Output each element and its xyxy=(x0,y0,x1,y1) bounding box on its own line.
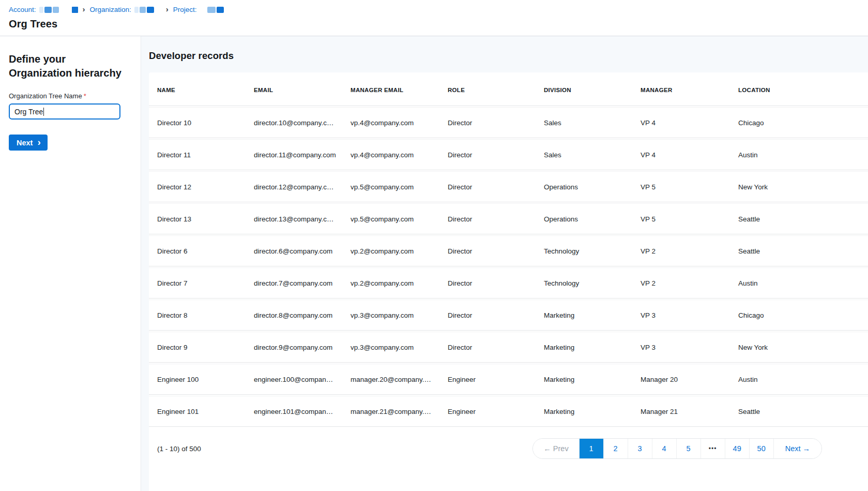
column-header-location: LOCATION xyxy=(730,75,868,106)
pagination-page-1[interactable]: 1 xyxy=(580,439,604,458)
breadcrumb-organization[interactable]: Organization: xyxy=(90,6,154,13)
cell-manager_email: vp.4@company.com xyxy=(342,107,439,138)
table-row: Director 12director.12@company.comvp.5@c… xyxy=(149,171,868,202)
table-header-row: NAMEEMAILMANAGER EMAILROLEDIVISIONMANAGE… xyxy=(149,75,868,106)
cell-division: Technology xyxy=(536,235,632,266)
cell-name: Director 9 xyxy=(149,332,246,363)
cell-manager_email: vp.5@company.com xyxy=(342,171,439,202)
pagination-page-50[interactable]: 50 xyxy=(750,439,774,458)
pagination-page-4[interactable]: 4 xyxy=(652,439,677,458)
cell-location: Austin xyxy=(730,267,868,299)
cell-location: New York xyxy=(730,332,868,363)
cell-location: Seattle xyxy=(730,203,868,234)
cell-manager_email: vp.3@company.com xyxy=(342,300,439,331)
cell-name: Director 12 xyxy=(149,171,246,202)
cell-name: Engineer 101 xyxy=(149,396,246,427)
section-heading: Developer records xyxy=(149,50,868,62)
pagination-page-5[interactable]: 5 xyxy=(677,439,701,458)
cell-division: Marketing xyxy=(536,364,632,395)
cell-role: Director xyxy=(439,235,536,266)
cell-division: Operations xyxy=(536,171,632,202)
cell-manager_email: vp.4@company.com xyxy=(342,139,439,170)
cell-division: Marketing xyxy=(536,300,632,331)
table-row: Director 8director.8@company.comvp.3@com… xyxy=(149,300,868,331)
pagination-page-2[interactable]: 2 xyxy=(604,439,628,458)
redacted-project-value xyxy=(207,7,224,13)
cell-email: director.13@company.com xyxy=(246,203,342,234)
pagination-range-text: (1 - 10) of 500 xyxy=(157,445,201,453)
cell-manager_email: vp.3@company.com xyxy=(342,332,439,363)
cell-email: director.11@company.com xyxy=(246,139,342,170)
records-card: NAMEEMAILMANAGER EMAILROLEDIVISIONMANAGE… xyxy=(149,72,868,491)
cell-manager: VP 5 xyxy=(632,203,730,234)
cell-manager: VP 4 xyxy=(632,139,730,170)
page-title: Org Trees xyxy=(9,18,868,30)
next-button[interactable]: Next › xyxy=(9,135,48,151)
pagination-prev-button: ← Prev xyxy=(533,439,579,458)
cell-manager: VP 5 xyxy=(632,171,730,202)
top-bar: Account: › Organization: › Project: Org … xyxy=(0,0,868,36)
table-row: Engineer 100engineer.100@company.commana… xyxy=(149,364,868,395)
table-row: Engineer 101engineer.101@company.commana… xyxy=(149,396,868,427)
sidebar-heading: Define your Organization hierarchy xyxy=(9,52,130,80)
cell-location: Austin xyxy=(730,364,868,395)
table-row: Director 6director.6@company.comvp.2@com… xyxy=(149,235,868,266)
cell-location: Chicago xyxy=(730,300,868,331)
cell-manager_email: manager.21@company.com xyxy=(342,396,439,427)
cell-email: engineer.101@company.com xyxy=(246,396,342,427)
breadcrumb-organization-label: Organization: xyxy=(90,6,131,13)
cell-role: Director xyxy=(439,300,536,331)
cell-manager: VP 3 xyxy=(632,332,730,363)
content-area: Define your Organization hierarchy Organ… xyxy=(0,36,868,491)
pagination-page-3[interactable]: 3 xyxy=(628,439,652,458)
cell-manager_email: vp.2@company.com xyxy=(342,267,439,299)
column-header-role: ROLE xyxy=(439,75,536,106)
cell-role: Engineer xyxy=(439,364,536,395)
cell-division: Operations xyxy=(536,203,632,234)
cell-email: engineer.100@company.com xyxy=(246,364,342,395)
breadcrumb-project[interactable]: Project: xyxy=(173,6,224,13)
table-row: Director 9director.9@company.comvp.3@com… xyxy=(149,332,868,363)
column-header-division: DIVISION xyxy=(536,75,632,106)
cell-location: Austin xyxy=(730,139,868,170)
chevron-right-icon: › xyxy=(82,5,86,14)
cell-manager_email: vp.2@company.com xyxy=(342,235,439,266)
sidebar: Define your Organization hierarchy Organ… xyxy=(0,36,141,491)
redacted-account-value xyxy=(39,7,59,13)
pagination-next-button[interactable]: Next → xyxy=(774,439,821,458)
cell-manager: Manager 20 xyxy=(632,364,730,395)
cell-role: Director xyxy=(439,139,536,170)
breadcrumb-project-label: Project: xyxy=(173,6,197,13)
cell-manager: VP 4 xyxy=(632,107,730,138)
pagination-page-49[interactable]: 49 xyxy=(725,439,750,458)
pagination-ellipsis[interactable]: ••• xyxy=(701,439,725,458)
cell-manager_email: manager.20@company.com xyxy=(342,364,439,395)
cell-name: Director 8 xyxy=(149,300,246,331)
chevron-right-icon: › xyxy=(37,137,40,147)
cell-name: Director 11 xyxy=(149,139,246,170)
cell-role: Director xyxy=(439,267,536,299)
cell-location: Seattle xyxy=(730,396,868,427)
chevron-right-icon: › xyxy=(165,5,170,14)
cell-manager: VP 3 xyxy=(632,300,730,331)
cell-division: Marketing xyxy=(536,332,632,363)
cell-manager: VP 2 xyxy=(632,267,730,299)
table-row: Director 11director.11@company.comvp.4@c… xyxy=(149,139,868,170)
required-marker: * xyxy=(84,92,86,100)
cell-location: New York xyxy=(730,171,868,202)
pager: ← Prev12345•••4950Next → xyxy=(532,438,822,459)
cell-name: Director 6 xyxy=(149,235,246,266)
cell-role: Director xyxy=(439,107,536,138)
cell-name: Director 7 xyxy=(149,267,246,299)
pagination-bar: (1 - 10) of 500 ← Prev12345•••4950Next → xyxy=(149,428,868,459)
cell-name: Engineer 100 xyxy=(149,364,246,395)
table-row: Director 10director.10@company.comvp.4@c… xyxy=(149,107,868,138)
cell-email: director.12@company.com xyxy=(246,171,342,202)
cell-location: Chicago xyxy=(730,107,868,138)
organization-tree-name-input[interactable]: Org Tree xyxy=(9,103,120,120)
breadcrumb-account[interactable]: Account: xyxy=(9,6,59,13)
main-panel: Developer records NAMEEMAILMANAGER EMAIL… xyxy=(141,36,868,491)
cell-email: director.6@company.com xyxy=(246,235,342,266)
breadcrumb: Account: › Organization: › Project: xyxy=(9,5,868,14)
cell-role: Director xyxy=(439,332,536,363)
